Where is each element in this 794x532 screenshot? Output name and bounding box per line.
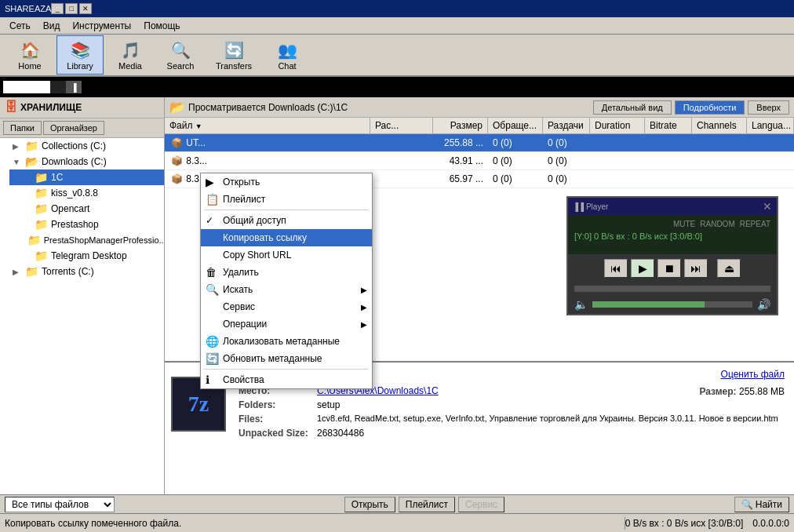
file-cell-channels <box>692 177 747 180</box>
file-cell-name: 📦 8.3... <box>165 152 370 169</box>
toolbar-transfers[interactable]: 🔄 Transfers <box>207 35 260 75</box>
content-toolbar: 📂 Просматривается Downloads (C:)\1C Дета… <box>165 97 794 118</box>
up-button[interactable]: Вверх <box>748 100 789 115</box>
eject-button[interactable]: ⏏ <box>717 259 741 278</box>
file-cell-name: 📦 UT... <box>165 134 370 151</box>
menu-view[interactable]: Вид <box>37 19 67 33</box>
find-button[interactable]: 🔍 Найти <box>734 497 789 512</box>
prev-button[interactable]: ⏮ <box>604 259 628 278</box>
menu-help[interactable]: Помощь <box>137 19 186 33</box>
col-header-size[interactable]: Размер <box>433 118 488 133</box>
col-header-shares[interactable]: Раздачи <box>543 118 590 133</box>
folder-icon-prestashop: 📁 <box>35 218 48 231</box>
toolbar-library[interactable]: 📚 Library <box>56 35 104 75</box>
tree-item-torrents[interactable]: ▶ 📁 Torrents (C:) <box>0 264 164 279</box>
ctx-update-meta[interactable]: 🔄 Обновить метаданные <box>201 350 372 367</box>
player-close-button[interactable]: ✕ <box>763 200 772 213</box>
file-cell-access: 0 (0) <box>488 136 543 150</box>
menu-tools[interactable]: Инструменты <box>66 19 137 33</box>
progress-track[interactable] <box>574 286 770 292</box>
table-row[interactable]: 📦 UT... 255.88 ... 0 (0) 0 (0) <box>165 134 794 152</box>
file-list-header: Файл ▼ Рас... Размер Обраще... Раздачи D… <box>165 118 794 134</box>
file-cell-bitrate <box>645 177 692 180</box>
volume-icon: 🔈 <box>574 298 588 311</box>
tree-item-kiss[interactable]: 📁 kiss_v0.8.8 <box>9 185 164 201</box>
folders-button[interactable]: Папки <box>3 121 42 135</box>
file-cell-dur <box>590 159 645 162</box>
ctx-open[interactable]: ▶ Открыть <box>201 173 372 191</box>
col-header-path[interactable]: Рас... <box>370 118 433 133</box>
ctx-service[interactable]: Сервис ▶ <box>201 298 372 315</box>
minimize-button[interactable]: _ <box>51 3 64 14</box>
player-progress[interactable] <box>568 282 777 295</box>
file-cell-shares: 0 (0) <box>543 154 590 168</box>
ctx-playlist[interactable]: 📋 Плейлист <box>201 191 372 208</box>
file-cell-size: 65.97 ... <box>433 172 488 186</box>
stop-button[interactable]: ⏹ <box>657 259 681 278</box>
ctx-localize[interactable]: 🌐 Локализовать метаданные <box>201 333 372 350</box>
table-row[interactable]: 📦 8.3... 43.91 ... 0 (0) 0 (0) <box>165 152 794 170</box>
app-title: SHAREAZA <box>5 4 51 13</box>
toolbar-chat[interactable]: 👥 Chat <box>264 35 311 75</box>
file-cell-dur <box>590 177 645 180</box>
col-header-access[interactable]: Обраще... <box>488 118 543 133</box>
ctx-properties[interactable]: ℹ Свойства <box>201 371 372 388</box>
update-meta-icon: 🔄 <box>206 352 219 365</box>
repeat-button[interactable]: REPEAT <box>740 220 770 228</box>
tree-item-collections[interactable]: ▶ 📁 Collections (C:) <box>0 138 164 154</box>
ctx-search[interactable]: 🔍 Искать ▶ <box>201 281 372 298</box>
file-cell-lang <box>747 177 794 180</box>
close-button[interactable]: ✕ <box>79 3 92 14</box>
playlist-button[interactable]: Плейлист <box>399 497 455 512</box>
details-view-button[interactable]: Подробности <box>675 100 745 115</box>
file-cell-ext <box>370 177 433 180</box>
file-cell-bitrate <box>645 159 692 162</box>
next-button[interactable]: ⏭ <box>684 259 708 278</box>
file-cell-size: 255.88 ... <box>433 136 488 150</box>
player-titlebar: ▐▐ Player ✕ <box>568 198 777 215</box>
col-header-file[interactable]: Файл ▼ <box>165 118 370 133</box>
file-cell-ext <box>370 159 433 162</box>
ctx-copy-link[interactable]: Копировать ссылку <box>201 229 372 246</box>
organizer-button[interactable]: Органайзер <box>43 121 104 135</box>
random-button[interactable]: RANDOM <box>700 220 734 228</box>
ctx-separator-1 <box>204 210 369 210</box>
file-type-select[interactable]: Все типы файлов <box>5 497 115 512</box>
tree-item-telegram[interactable]: 📁 Telegram Desktop <box>9 248 164 264</box>
content-path-text: Просматривается Downloads (C:)\1C <box>188 102 348 113</box>
col-header-lang[interactable]: Langua... <box>747 118 794 133</box>
tree-item-downloads[interactable]: ▼ 📂 Downloads (C:) <box>0 154 164 169</box>
tree-item-prestashop[interactable]: 📁 Prestashop <box>9 217 164 232</box>
ctx-operations[interactable]: Операции ▶ <box>201 315 372 333</box>
detail-view-button[interactable]: Детальный вид <box>593 100 672 115</box>
maximize-button[interactable]: □ <box>65 3 78 14</box>
tree-item-opencart[interactable]: 📁 Opencart <box>9 201 164 217</box>
detail-row-files: Files: 1cv8.efd, ReadMe.txt, setup.exe, … <box>239 414 788 425</box>
menu-network[interactable]: Сеть <box>3 19 37 33</box>
play-button[interactable]: ▶ <box>631 259 654 278</box>
tree-item-1c[interactable]: 📁 1C <box>9 169 164 185</box>
open-button[interactable]: Открыть <box>344 497 395 512</box>
titlebar-controls[interactable]: _ □ ✕ <box>51 3 92 14</box>
file-cell-bitrate <box>645 141 692 144</box>
volume-slider[interactable] <box>592 301 752 308</box>
ctx-share[interactable]: ✓ Общий доступ <box>201 212 372 229</box>
library-icon: 📚 <box>69 39 91 61</box>
titlebar: SHAREAZA _ □ ✕ <box>0 0 794 17</box>
col-header-duration[interactable]: Duration <box>590 118 645 133</box>
col-header-channels[interactable]: Channels <box>692 118 747 133</box>
rate-file-link[interactable]: Оценить файл <box>721 369 785 380</box>
toolbar-search[interactable]: 🔍 Search <box>157 35 204 75</box>
file-cell-shares: 0 (0) <box>543 136 590 150</box>
col-header-bitrate[interactable]: Bitrate <box>645 118 692 133</box>
tree-item-prestashop-mgr[interactable]: 📁 PrestaShopManagerProfessio... <box>9 232 164 248</box>
service-button[interactable]: Сервис <box>458 497 504 512</box>
file-cell-access: 0 (0) <box>488 172 543 186</box>
ctx-copy-short[interactable]: Copy Short URL <box>201 246 372 264</box>
file-cell-ext <box>370 141 433 144</box>
bottombar: Все типы файлов Открыть Плейлист Сервис … <box>0 494 794 513</box>
mute-button[interactable]: MUTE <box>673 220 695 228</box>
toolbar-home[interactable]: 🏠 Home <box>6 35 53 75</box>
ctx-delete[interactable]: 🗑 Удалить <box>201 264 372 281</box>
toolbar-media[interactable]: 🎵 Media <box>107 35 154 75</box>
